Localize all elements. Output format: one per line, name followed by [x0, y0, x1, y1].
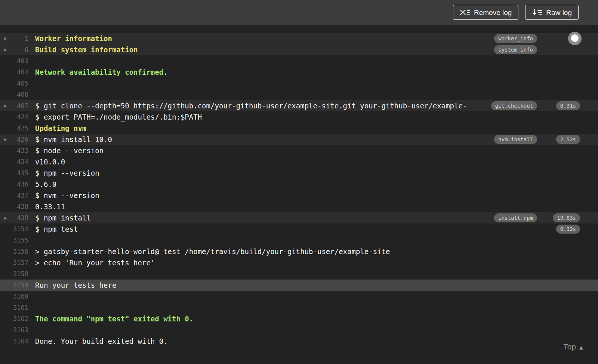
log-line: ▶1Worker informationworker_info: [0, 33, 598, 44]
line-number[interactable]: 3159: [0, 281, 28, 289]
log-line-text: $ npm install: [28, 214, 91, 222]
log-line: 425Updating nvm: [0, 123, 598, 134]
raw-log-icon: [532, 9, 542, 16]
raw-log-button[interactable]: Raw log: [525, 5, 579, 20]
log-line: 3154$ npm test0.32s: [0, 223, 598, 235]
log-line: 3161: [0, 302, 598, 313]
fold-toggle-icon[interactable]: ▶: [4, 212, 7, 223]
log-line: 424$ export PATH=./node_modules/.bin:$PA…: [0, 111, 598, 123]
build-log: ▶1Worker informationworker_info▶6Build s…: [0, 25, 598, 356]
line-number[interactable]: 437: [0, 192, 28, 199]
log-line-text: Worker information: [28, 34, 112, 43]
log-line-text: > gatsby-starter-hello-world@ test /home…: [28, 247, 390, 256]
log-line-text: $ node --version: [28, 146, 104, 155]
log-line-text: Build system information: [28, 46, 138, 54]
log-line-text: $ export PATH=./node_modules/.bin:$PATH: [28, 113, 202, 121]
log-line: 403: [0, 55, 598, 67]
log-line: ▶439$ npm installinstall.npm19.83s: [0, 212, 598, 223]
log-line-text: 5.6.0: [28, 180, 56, 188]
log-line: ▶426$ nvm install 10.0nvm.install2.52s: [0, 134, 598, 145]
log-line-text: Run your tests here: [28, 281, 116, 289]
log-toolbar: Remove log Raw log: [0, 0, 598, 25]
log-line: ▶6Build system informationsystem_info: [0, 44, 598, 55]
log-line-text: 0.33.11: [28, 203, 65, 211]
log-line: 404Network availability confirmed.: [0, 67, 598, 78]
line-number[interactable]: 3161: [0, 304, 28, 311]
line-number[interactable]: 434: [0, 158, 28, 166]
line-number[interactable]: 436: [0, 181, 28, 188]
line-number[interactable]: 424: [0, 113, 28, 121]
log-line: 3158: [0, 268, 598, 280]
log-line: 3160: [0, 291, 598, 302]
log-line: 3159Run your tests here: [0, 280, 598, 291]
line-number[interactable]: 3164: [0, 337, 28, 345]
top-link-label: Top: [563, 342, 576, 351]
line-number[interactable]: 3156: [0, 248, 28, 255]
log-line: 4365.6.0: [0, 179, 598, 190]
fold-name-badge: worker_info: [494, 34, 537, 43]
fold-name-badge: system_info: [494, 45, 537, 54]
fold-toggle-icon[interactable]: ▶: [4, 33, 7, 44]
line-number[interactable]: 406: [0, 91, 28, 98]
fold-toggle-icon[interactable]: ▶: [4, 100, 7, 111]
log-line: 435$ npm --version: [0, 167, 598, 179]
line-number[interactable]: 438: [0, 203, 28, 210]
scroll-to-top-link[interactable]: Top ▲: [563, 342, 583, 351]
line-number[interactable]: 3157: [0, 259, 28, 266]
line-number[interactable]: 433: [0, 147, 28, 154]
log-line: 437$ nvm --version: [0, 190, 598, 201]
remove-log-button[interactable]: Remove log: [453, 5, 518, 20]
log-lines: ▶1Worker informationworker_info▶6Build s…: [0, 33, 598, 347]
log-line: ▶407$ git clone --depth=50 https://githu…: [0, 100, 598, 111]
log-line: 3162The command "npm test" exited with 0…: [0, 313, 598, 324]
duration-badge: 0.32s: [556, 225, 580, 234]
line-number[interactable]: 3162: [0, 315, 28, 323]
log-line: 434v10.0.0: [0, 156, 598, 167]
log-line-text: $ git clone --depth=50 https://github.co…: [28, 102, 467, 110]
log-line-text: Updating nvm: [28, 124, 86, 132]
log-line: 3164Done. Your build exited with 0.: [0, 336, 598, 347]
line-number[interactable]: 404: [0, 68, 28, 76]
log-line: 3156> gatsby-starter-hello-world@ test /…: [0, 246, 598, 257]
remove-log-icon: [460, 9, 470, 16]
log-line-text: $ nvm install 10.0: [28, 135, 112, 144]
fold-name-badge: install.npm: [494, 213, 537, 222]
fold-name-badge: nvm.install: [494, 135, 537, 144]
line-number[interactable]: 403: [0, 57, 28, 65]
log-line: 3163: [0, 324, 598, 336]
duration-badge: 19.83s: [553, 213, 580, 222]
line-number[interactable]: 425: [0, 124, 28, 132]
scroll-knob[interactable]: [568, 32, 582, 45]
line-number[interactable]: 405: [0, 80, 28, 87]
line-number[interactable]: 3163: [0, 326, 28, 334]
duration-badge: 2.52s: [556, 135, 580, 144]
duration-badge: 0.31s: [556, 101, 580, 110]
line-number[interactable]: 3160: [0, 293, 28, 300]
log-line-text: > echo 'Run your tests here': [28, 259, 155, 267]
line-number[interactable]: 435: [0, 169, 28, 177]
raw-log-label: Raw log: [546, 9, 572, 16]
fold-toggle-icon[interactable]: ▶: [4, 44, 7, 55]
line-number[interactable]: 3158: [0, 270, 28, 278]
fold-toggle-icon[interactable]: ▶: [4, 134, 7, 145]
log-line: 4380.33.11: [0, 201, 598, 212]
log-line: 3157> echo 'Run your tests here': [0, 257, 598, 268]
caret-up-icon: ▲: [579, 343, 583, 350]
remove-log-label: Remove log: [474, 9, 512, 16]
log-line: 433$ node --version: [0, 145, 598, 156]
log-line: 405: [0, 78, 598, 89]
line-number[interactable]: 3154: [0, 225, 28, 233]
log-line-text: The command "npm test" exited with 0.: [28, 315, 193, 323]
log-line-text: v10.0.0: [28, 158, 65, 166]
log-line-text: Network availability confirmed.: [28, 68, 168, 76]
log-line-text: $ nvm --version: [28, 191, 99, 200]
log-line: 406: [0, 89, 598, 100]
log-line: 3155: [0, 235, 598, 246]
line-number[interactable]: 3155: [0, 237, 28, 244]
log-line-text: $ npm --version: [28, 169, 99, 177]
log-line-text: $ npm test: [28, 225, 78, 233]
log-line-text: Done. Your build exited with 0.: [28, 337, 168, 345]
fold-name-badge: git.checkout: [491, 101, 537, 110]
